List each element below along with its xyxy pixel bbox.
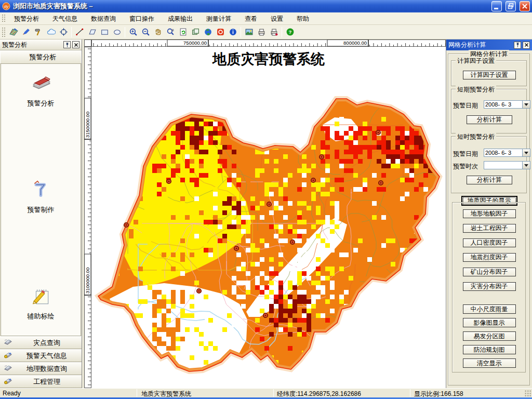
toolbar-draw-rect-button[interactable] [98,26,111,38]
print-setup-icon [270,28,278,36]
short-time-hour-label: 预警时次 [453,162,478,171]
nav-item-2[interactable]: 预警制作 [28,180,55,215]
nav-item-1[interactable]: 预警分析 [28,73,55,108]
extra-button-3[interactable]: 易发分区图 [463,331,516,341]
tool-blue-icon [30,180,52,202]
menu-item-3[interactable]: 数据查询 [84,14,123,24]
app-icon: dy [2,2,10,10]
menu-item-1[interactable]: 预警分析 [7,14,46,24]
right-panel: 网格分析计算 网格分析计算 计算因子设置 计算因子设置 短期预警分析 预警日期 … [446,39,532,388]
map-edit-icon [9,28,18,36]
extra-button-4[interactable]: 防治规划图 [463,345,516,354]
close-icon[interactable] [72,41,79,48]
toolbar-zoom-in-button[interactable] [127,26,139,38]
short-term-analyze-button[interactable]: 分析计算 [467,115,512,124]
chevron-down-icon[interactable] [522,101,530,108]
extra-button-5[interactable]: 清空显示 [463,358,516,368]
toolbar-zoom-out-button[interactable] [139,26,152,38]
toolbar-cloud-button[interactable] [45,26,57,38]
map-area: 750000.00800000.00 3150000.003100000.00 … [82,39,446,388]
short-time-hour-combo[interactable] [484,161,530,169]
factor-button-1[interactable]: 地形地貌因子 [463,209,516,218]
toolbar-copy-view-button[interactable] [189,26,202,38]
category-bar-1[interactable]: 灾点查询 [0,336,82,349]
short-term-date-value: 2008- 6- 3 [484,101,522,108]
factor-button-2[interactable]: 岩土工程因子 [463,224,516,233]
toolbar-map-edit-button[interactable] [7,26,20,38]
extra-button-2[interactable]: 影像图显示 [463,318,516,327]
hand-doc-icon [4,363,12,374]
status-bar: Ready 地质灾害预警系统 经纬度:114.296875,28.162686 … [0,388,532,397]
pin-icon[interactable] [514,42,521,49]
toolbar-info-button[interactable] [227,26,239,38]
zoom-window-icon: ± [166,28,175,36]
toolbar-pan-hand-button[interactable] [152,26,164,38]
menu-item-9[interactable]: 帮助 [290,14,316,24]
map-title: 地质灾害预警系统 [212,51,325,67]
factor-button-5[interactable]: 矿山分布因子 [463,268,516,276]
map-canvas[interactable]: 地质灾害预警系统 [91,47,446,388]
chevron-down-icon[interactable] [522,149,530,156]
svg-text:3150000.00: 3150000.00 [85,112,90,138]
nav-item-label: 预警制作 [28,205,55,215]
factor-button-6[interactable]: 灾害分布因子 [463,282,516,291]
pin-icon[interactable] [63,41,71,48]
close-button[interactable] [520,1,530,11]
toolbar-hammer-button[interactable] [32,26,45,38]
toolbar-globe-button[interactable] [202,26,214,38]
right-panel-body: 网格分析计算 计算因子设置 计算因子设置 短期预警分析 预警日期 2008- 6… [446,50,532,388]
factor-button-3[interactable]: 人口密度因子 [463,238,516,247]
category-bar-3[interactable]: 地理数据查询 [0,362,82,375]
toolbar-print-button[interactable] [255,26,268,38]
category-bar-label: 地理数据查询 [16,364,78,374]
menu-item-4[interactable]: 窗口操作 [123,14,161,24]
ruler-corner [84,39,91,47]
toolbar: ±? [0,25,532,39]
toolbar-draw-ellipse-button[interactable] [111,26,123,38]
zoom-in-icon [129,28,138,36]
short-term-date-combo[interactable]: 2008- 6- 3 [484,100,530,109]
top-ruler: 750000.00800000.00 [91,39,446,47]
factor-button-4[interactable]: 地震烈度因子 [463,253,516,262]
category-bar-2[interactable]: 预警天气信息 [0,349,82,362]
minimize-button[interactable] [491,1,502,11]
menu-item-5[interactable]: 成果输出 [161,14,200,24]
left-panel-header[interactable]: 预警分析 [0,50,82,64]
restore-button[interactable] [506,1,516,11]
toolbar-stop-button[interactable] [214,26,227,38]
toolbar-zoom-window-button[interactable]: ± [164,26,177,38]
zoom-out-icon [141,28,150,36]
toolbar-print-setup-button[interactable] [268,26,280,38]
nav-item-3[interactable]: 辅助标绘 [28,286,55,321]
menu-bar: 预警分析天气信息数据查询窗口操作成果输出测量计算查看设置帮助 [0,12,532,25]
toolbar-layer-paint-button[interactable] [20,26,32,38]
menu-item-8[interactable]: 设置 [264,14,290,24]
toolbar-image-view-button[interactable] [243,26,255,38]
toolbar-center-target-button[interactable] [57,26,70,38]
toolbar-draw-polygon-button[interactable] [86,26,98,38]
resize-grip[interactable] [525,390,531,397]
svg-text:±: ± [171,28,174,32]
toolbar-help-button[interactable]: ? [284,26,296,38]
menu-item-2[interactable]: 天气信息 [46,14,84,24]
menu-item-6[interactable]: 测量计算 [200,14,238,24]
category-bar-4[interactable]: 工程管理 [0,375,82,388]
left-ruler: 3150000.003100000.00 [84,47,91,388]
status-scale: 显示比例:166.158 [414,390,463,398]
extra-button-1[interactable]: 中小尺度雨量 [463,304,516,314]
short-time-date-combo[interactable]: 2008- 6- 3 [484,149,530,157]
notepad-pencil-icon [30,286,52,308]
menu-item-7[interactable]: 查看 [238,14,264,24]
center-target-icon [59,28,68,36]
chevron-down-icon[interactable] [522,162,530,169]
right-panel-titlebar: 网格分析计算 [446,39,532,50]
refresh-view-icon [179,28,188,36]
toolbar-draw-line-button[interactable] [73,26,86,38]
factor-setup-button[interactable]: 计算因子设置 [463,71,516,79]
toolbar-separator [241,27,241,37]
short-time-analyze-button[interactable]: 分析计算 [467,176,512,184]
short-term-legend: 短期预警分析 [456,85,496,94]
toolbar-refresh-view-button[interactable] [177,26,189,38]
close-icon[interactable] [523,42,530,49]
hand-doc-icon [4,337,12,348]
